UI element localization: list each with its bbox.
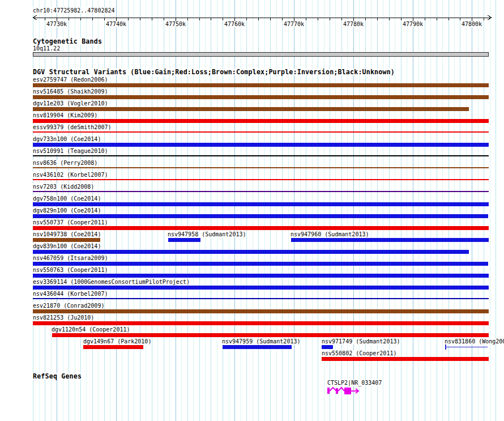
- variant-bar[interactable]: [291, 238, 489, 242]
- variant-label[interactable]: nsv1049738 (Coe2014): [33, 231, 101, 237]
- gridline: [490, 0, 490, 421]
- gene-glyph[interactable]: [326, 386, 362, 396]
- ruler-axis: [0, 0, 504, 34]
- gridline: [211, 0, 211, 421]
- variant-label[interactable]: dgv829n100 (Coe2014): [33, 207, 101, 214]
- variant-bar[interactable]: [33, 143, 489, 147]
- variant-label[interactable]: dgv758n100 (Coe2014): [33, 195, 101, 202]
- gridline: [128, 0, 129, 421]
- variant-bar[interactable]: [322, 357, 489, 361]
- gridline: [193, 0, 194, 421]
- cytobands-header: Cytogenetic Bands: [33, 38, 102, 45]
- variant-bar[interactable]: [33, 286, 489, 290]
- gridline: [157, 0, 158, 421]
- variant-bar[interactable]: [52, 333, 489, 337]
- ruler-tick-label: 47800k: [462, 21, 482, 27]
- gridline: [229, 0, 229, 421]
- variant-label[interactable]: nsv947958 (Sudmant2013): [168, 231, 246, 237]
- cytoband-bar: [33, 52, 489, 57]
- gridline: [140, 0, 140, 421]
- gridline: [496, 0, 496, 421]
- variant-bracket-tick: [445, 345, 446, 350]
- dgv-header: DGV Structural Variants (Blue:Gain;Red:L…: [33, 69, 395, 75]
- variant-bar[interactable]: [33, 298, 489, 299]
- variant-label[interactable]: nsv550763 (Cooper2011): [33, 267, 108, 273]
- gridline: [134, 0, 134, 421]
- ruler-tick-label: 47780k: [343, 21, 364, 27]
- variant-bar[interactable]: [33, 95, 489, 99]
- variant-label[interactable]: dgv839n100 (Coe2014): [33, 243, 101, 249]
- variant-label[interactable]: nsv436044 (Korbel2007): [33, 291, 108, 297]
- variant-label[interactable]: dgv733n100 (Coe2014): [33, 136, 101, 142]
- variant-label[interactable]: essv99379 (deSmith2007): [33, 124, 111, 130]
- variant-label[interactable]: nsv7203 (Kidd2008): [33, 184, 94, 190]
- variant-label[interactable]: nsv831860 (Wong200: [445, 338, 504, 345]
- gridline: [306, 0, 306, 421]
- variant-label[interactable]: dgv1120n54 (Cooper2011): [52, 326, 130, 333]
- gene-label[interactable]: CTSLP2|NR_033407: [327, 380, 382, 386]
- ruler-tick-label: 47750k: [165, 21, 186, 27]
- variant-bar[interactable]: [33, 119, 489, 123]
- gridline: [223, 0, 223, 421]
- gridline: [264, 0, 265, 421]
- variant-bar[interactable]: [168, 238, 200, 242]
- gridline: [164, 0, 164, 421]
- variant-bar[interactable]: [33, 155, 489, 156]
- variant-label[interactable]: nsv550737 (Cooper2011): [33, 219, 108, 226]
- variant-bar[interactable]: [33, 262, 488, 266]
- variant-bar[interactable]: [83, 345, 143, 349]
- gridline: [176, 0, 176, 421]
- variant-bar[interactable]: [33, 131, 489, 133]
- region-title: chr10:47725982..47802824: [33, 7, 115, 14]
- variant-label[interactable]: nsv8636 (Perry2008): [33, 160, 97, 166]
- gridline: [276, 0, 277, 421]
- variant-bar[interactable]: [33, 202, 489, 206]
- variant-bar[interactable]: [33, 83, 489, 87]
- variant-label[interactable]: esv21870 (Conrad2009): [33, 303, 104, 309]
- variant-bar[interactable]: [33, 167, 489, 168]
- variant-label[interactable]: dgv149n67 (Park2010): [83, 338, 151, 345]
- gridline: [241, 0, 241, 421]
- gridline: [116, 0, 117, 421]
- refseq-header: RefSeq Genes: [33, 373, 82, 380]
- variant-bar[interactable]: [445, 347, 488, 347]
- gridline: [199, 0, 200, 421]
- variant-label[interactable]: esv3369114 (1000GenomesConsortiumPilotPr…: [33, 279, 190, 285]
- gridline: [181, 0, 182, 421]
- variant-bar[interactable]: [33, 274, 489, 278]
- ruler-tick-label: 47740k: [106, 21, 126, 27]
- ruler-tick-label: 47770k: [284, 21, 304, 27]
- variant-label[interactable]: esv2759747 (Redon2006): [33, 76, 108, 83]
- variant-label[interactable]: nsv819904 (Kim2009): [33, 112, 97, 118]
- gridline: [110, 0, 110, 421]
- variant-label[interactable]: nsv947959 (Sudmant2013): [222, 338, 300, 345]
- gridline: [300, 0, 301, 421]
- ruler-tick-label: 47790k: [403, 21, 423, 27]
- variant-label[interactable]: nsv510991 (Teague2010): [33, 148, 108, 154]
- variant-bar[interactable]: [33, 179, 489, 180]
- variant-label[interactable]: nsv821253 (Ju2010): [33, 314, 94, 321]
- gridline: [146, 0, 146, 421]
- variant-label[interactable]: nsv467059 (Itsara2009): [33, 255, 108, 261]
- variant-bar[interactable]: [33, 226, 489, 230]
- variant-label[interactable]: nsv436102 (Korbel2007): [33, 172, 108, 178]
- variant-label[interactable]: nsv971749 (Sudmant2013): [322, 338, 400, 345]
- variant-label[interactable]: nsv550802 (Cooper2011): [322, 350, 396, 356]
- variant-bar[interactable]: [322, 345, 333, 349]
- variant-bar[interactable]: [33, 238, 100, 242]
- ruler-tick-label: 47760k: [224, 21, 245, 27]
- variant-label[interactable]: nsv947960 (Sudmant2013): [291, 231, 369, 237]
- variant-bar[interactable]: [33, 191, 489, 192]
- variant-label[interactable]: nsv516485 (Shaikh2009): [33, 88, 108, 95]
- variant-bar[interactable]: [223, 345, 292, 349]
- gridline: [234, 0, 235, 421]
- ruler-tick-label: 47730k: [46, 21, 67, 27]
- variant-bar[interactable]: [33, 250, 469, 254]
- variant-bar[interactable]: [33, 107, 469, 111]
- variant-bar[interactable]: [33, 321, 489, 325]
- variant-label[interactable]: dgv11e203 (Vogler2010): [33, 100, 108, 107]
- variant-bar[interactable]: [33, 214, 488, 218]
- variant-bar[interactable]: [33, 309, 489, 313]
- gridline: [169, 0, 170, 421]
- gridline: [318, 0, 318, 421]
